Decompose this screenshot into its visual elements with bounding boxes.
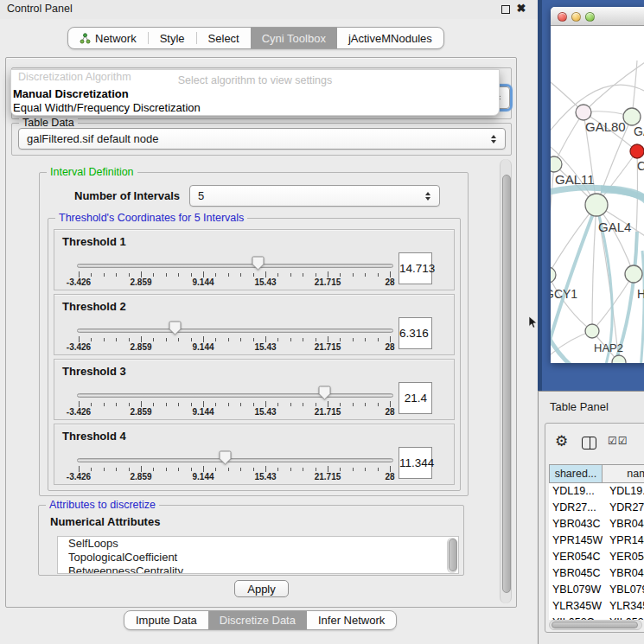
- apply-button[interactable]: Apply: [234, 580, 289, 597]
- control-panel-tabbar: NetworkStyleSelectCyni ToolboxjActiveMNo…: [67, 27, 444, 49]
- table-row[interactable]: YBR045CYBR045C: [549, 565, 644, 582]
- threshold-label: Threshold 3: [62, 365, 126, 378]
- panel-vertical-scrollbar-thumb[interactable]: [502, 175, 511, 593]
- attribute-item-selfloops[interactable]: SelfLoops: [58, 537, 458, 551]
- network-node[interactable]: [623, 108, 641, 125]
- slider-tick: [178, 273, 179, 277]
- tab-style[interactable]: Style: [149, 28, 196, 48]
- tab-label: Discretize Data: [220, 614, 296, 627]
- table-rows: YDL19...YDL19...YDR27...YDR27...YBR043CY…: [545, 483, 644, 620]
- table-data-combobox[interactable]: galFiltered.sif default node: [18, 128, 506, 150]
- slider-tick: [79, 336, 80, 342]
- threshold-4-slider-track[interactable]: [77, 458, 393, 462]
- slider-tick-label: 9.144: [177, 407, 229, 417]
- network-node[interactable]: [585, 194, 608, 216]
- float-window-icon[interactable]: [501, 5, 510, 14]
- slider-tick: [153, 468, 154, 471]
- tab-discretize-data[interactable]: Discretize Data: [208, 611, 307, 629]
- network-canvas[interactable]: GAL80GACGAL11GAL4GCY1HHAP2: [551, 26, 644, 363]
- table-row[interactable]: YLR345WYLR345W: [549, 598, 644, 615]
- threshold-2-slider-thumb[interactable]: [169, 321, 182, 335]
- slider-tick: [353, 338, 354, 341]
- threshold-3-slider-thumb[interactable]: [318, 386, 331, 400]
- algorithm-option-equal-width-frequency-discretization[interactable]: Equal Width/Frequency Discretization: [13, 101, 201, 114]
- slider-tick: [104, 403, 105, 406]
- attribute-item-topologicalcoefficient[interactable]: TopologicalCoefficient: [58, 551, 458, 564]
- attribute-item-betweennesscentrality[interactable]: BetweennessCentrality: [58, 564, 458, 574]
- tab-label: Impute Data: [136, 614, 197, 627]
- threshold-4-slider-thumb[interactable]: [219, 450, 232, 465]
- tab-jactivemnodules[interactable]: jActiveMNodules: [337, 28, 443, 48]
- threshold-1-slider-thumb[interactable]: [252, 256, 265, 271]
- threshold-3-slider-track[interactable]: [77, 393, 393, 398]
- panel-vertical-scrollbar[interactable]: [500, 159, 512, 603]
- close-window-icon[interactable]: [558, 12, 567, 22]
- minimize-window-icon[interactable]: [571, 12, 581, 22]
- cell-name: YLR345W: [609, 598, 644, 615]
- table-row[interactable]: YDR27...YDR27...: [549, 500, 644, 516]
- threshold-3-value-input[interactable]: 21.4: [399, 382, 432, 414]
- network-edge[interactable]: [592, 205, 596, 331]
- gear-icon[interactable]: ⚙: [555, 434, 568, 449]
- network-edge[interactable]: [551, 331, 592, 359]
- threshold-2-slider-track[interactable]: [77, 328, 393, 333]
- slider-tick-label: 2.859: [115, 472, 167, 481]
- node-label: GAL80: [585, 119, 626, 134]
- table-row[interactable]: YBR043CYBR043C: [549, 516, 644, 532]
- split-columns-icon[interactable]: [582, 437, 596, 450]
- column-header-name[interactable]: name: [602, 464, 644, 483]
- network-window: GAL80GACGAL11GAL4GCY1HHAP2: [551, 7, 644, 363]
- table-horizontal-scrollbar-thumb[interactable]: [552, 622, 638, 628]
- tab-select[interactable]: Select: [197, 28, 251, 48]
- algorithm-dropdown-popup: Discretization Algorithm Select algorith…: [10, 69, 500, 116]
- slider-tick: [141, 271, 142, 277]
- tab-impute-data[interactable]: Impute Data: [124, 611, 208, 629]
- table-row[interactable]: YPR145WYPR145W: [549, 532, 644, 549]
- cell-shared-name: YDR27...: [552, 500, 603, 516]
- network-edge[interactable]: [551, 328, 577, 363]
- zoom-window-icon[interactable]: [585, 12, 595, 22]
- network-node[interactable]: [625, 265, 642, 283]
- tab-network[interactable]: Network: [68, 28, 148, 48]
- attributes-list-scrollbar[interactable]: [447, 538, 457, 573]
- tab-cyni-toolbox[interactable]: Cyni Toolbox: [251, 28, 337, 48]
- algorithm-option-manual-discretization[interactable]: Manual Discretization: [13, 87, 129, 100]
- slider-tick-label: 2.859: [115, 277, 167, 287]
- close-panel-icon[interactable]: ✖: [516, 3, 526, 14]
- slider-tick: [129, 338, 130, 341]
- node-label: HAP2: [594, 341, 623, 354]
- network-edge[interactable]: [641, 251, 644, 363]
- attributes-list-scrollbar-thumb[interactable]: [449, 539, 457, 571]
- column-header-shared-[interactable]: shared...: [549, 464, 603, 483]
- network-node[interactable]: [576, 105, 591, 120]
- table-row[interactable]: YER054CYER054C: [549, 549, 644, 565]
- slider-tick: [141, 401, 142, 407]
- table-horizontal-scrollbar[interactable]: [549, 620, 642, 630]
- slider-tick: [290, 468, 291, 471]
- network-window-titlebar[interactable]: [551, 7, 644, 26]
- screen: Control Panel ✖ NetworkStyleSelectCyni T…: [0, 0, 644, 644]
- slider-tick: [240, 403, 241, 406]
- cell-name: YBR043C: [609, 516, 644, 532]
- network-node[interactable]: [630, 144, 644, 158]
- table-row[interactable]: YDL19...YDL19...: [549, 483, 644, 500]
- network-node[interactable]: [585, 324, 599, 338]
- slider-tick: [290, 273, 291, 277]
- slider-tick: [390, 401, 391, 407]
- slider-tick: [79, 271, 80, 277]
- slider-tick: [191, 273, 192, 277]
- threshold-1-value-input[interactable]: 14.713: [399, 252, 432, 284]
- network-node[interactable]: [551, 156, 562, 172]
- slider-tick: [129, 273, 130, 277]
- cell-shared-name: YBL079W: [552, 582, 603, 598]
- slider-tick-label: 21.715: [302, 277, 354, 287]
- tab-label: jActiveMNodules: [348, 32, 432, 45]
- threshold-2-value-input[interactable]: 6.316: [399, 317, 432, 349]
- table-row[interactable]: YBL079WYBL079W: [549, 582, 644, 598]
- threshold-4-value-input[interactable]: 11.344: [399, 447, 432, 479]
- threshold-1-slider-track[interactable]: [77, 264, 393, 268]
- select-columns-icon[interactable]: ☑☑: [608, 435, 628, 447]
- tab-infer-network[interactable]: Infer Network: [307, 611, 396, 629]
- network-node[interactable]: [551, 267, 556, 283]
- number-of-intervals-combobox[interactable]: 5: [189, 185, 440, 207]
